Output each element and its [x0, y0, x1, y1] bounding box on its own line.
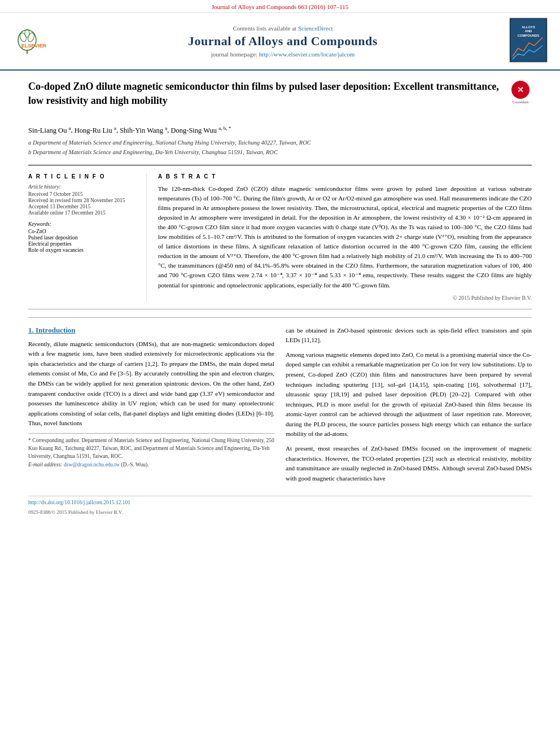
email-link[interactable]: dsw@dragon.nchu.edu.tw: [64, 462, 120, 468]
keyword-2: Pulsed laser deposition: [28, 235, 137, 241]
svg-text:ALLOYS: ALLOYS: [522, 25, 535, 29]
affil-b: b Department of Materials Science and En…: [28, 148, 532, 157]
email-label: E-mail address:: [28, 462, 63, 468]
author-2: Hong-Ru Liu a: [75, 126, 116, 134]
copyright-line: © 2015 Published by Elsevier B.V.: [158, 295, 532, 301]
authors-line: Sin-Liang Ou a, Hong-Ru Liu a, Shih-Yin …: [28, 125, 532, 134]
abstract-column: A B S T R A C T The 120-nm-thick Co-dope…: [158, 173, 532, 301]
received-date: Received 7 October 2015: [28, 191, 137, 197]
author-1: Sin-Liang Ou a: [28, 126, 71, 134]
intro-body-left: Recently, dilute magnetic semiconductors…: [28, 339, 274, 429]
keyword-4: Role of oxygen vacancies: [28, 247, 137, 253]
received-revised-date: Received in revised form 28 November 201…: [28, 198, 137, 203]
intro-para-4: At present, most researches of ZnO-based…: [286, 444, 532, 483]
journal-header: ELSEVIER Contents lists available at Sci…: [0, 13, 560, 71]
article-history: Article history: Received 7 October 2015…: [28, 184, 137, 216]
article-title-text: Co-doped ZnO dilute magnetic semiconduct…: [28, 80, 501, 113]
main-content: Co-doped ZnO dilute magnetic semiconduct…: [0, 71, 560, 527]
email-person: (D.-S. Wuu).: [121, 462, 149, 468]
journal-reference-bar: Journal of Alloys and Compounds 663 (201…: [0, 0, 560, 13]
journal-header-center: Contents lists available at ScienceDirec…: [68, 25, 498, 58]
svg-text:CrossMark: CrossMark: [512, 101, 529, 104]
contents-line: Contents lists available at ScienceDirec…: [68, 25, 498, 32]
svg-text:COMPOUNDS: COMPOUNDS: [518, 34, 540, 37]
body-content: 1. Introduction Recently, dilute magneti…: [28, 326, 532, 488]
author-4: Dong-Sing Wuu a, b, *: [170, 126, 231, 134]
body-right-column: can be obtained in ZnO-based spintronic …: [286, 326, 532, 488]
elsevier-logo: ELSEVIER: [11, 26, 56, 56]
intro-section-title: 1. Introduction: [28, 326, 274, 335]
journal-cover-image: ALLOYS AND COMPOUNDS: [509, 18, 549, 65]
footnote-section: * Corresponding author. Department of Ma…: [28, 433, 274, 469]
journal-ref-text: Journal of Alloys and Compounds 663 (201…: [212, 3, 349, 10]
keyword-3: Electrical properties: [28, 241, 137, 247]
svg-text:✕: ✕: [517, 85, 524, 94]
intro-para-3: Among various magnetic elements doped in…: [286, 350, 532, 439]
available-online-date: Available online 17 December 2015: [28, 210, 137, 216]
intro-para-1: Recently, dilute magnetic semiconductors…: [28, 339, 274, 429]
article-title: Co-doped ZnO dilute magnetic semiconduct…: [28, 80, 501, 108]
accepted-date: Accepted 13 December 2015: [28, 204, 137, 209]
svg-text:ELSEVIER: ELSEVIER: [21, 43, 47, 49]
sciencedirect-link[interactable]: ScienceDirect: [298, 25, 333, 32]
affiliations: a Department of Materials Science and En…: [28, 138, 532, 158]
homepage-line: journal homepage: http://www.elsevier.co…: [68, 51, 498, 58]
abstract-label: A B S T R A C T: [158, 173, 532, 180]
footer-copyright: 0925-8388/© 2015 Published by Elsevier B…: [28, 509, 123, 515]
footnote-text: * Corresponding author. Department of Ma…: [28, 436, 274, 461]
page-footer: http://dx.doi.org/10.1016/j.jallcom.2015…: [28, 496, 532, 516]
crossmark-badge[interactable]: ✕ CrossMark: [509, 80, 532, 110]
article-info-column: A R T I C L E I N F O Article history: R…: [28, 173, 147, 301]
intro-body-right: can be obtained in ZnO-based spintronic …: [286, 326, 532, 484]
journal-title: Journal of Alloys and Compounds: [68, 34, 498, 49]
keyword-1: Co-ZnO: [28, 229, 137, 234]
history-title: Article history:: [28, 184, 137, 190]
doi-link[interactable]: http://dx.doi.org/10.1016/j.jallcom.2015…: [28, 500, 532, 505]
affil-a: a Department of Materials Science and En…: [28, 138, 532, 147]
keywords-section: Keywords: Co-ZnO Pulsed laser deposition…: [28, 221, 137, 253]
body-left-column: 1. Introduction Recently, dilute magneti…: [28, 326, 274, 488]
keywords-title: Keywords:: [28, 221, 137, 227]
article-title-section: Co-doped ZnO dilute magnetic semiconduct…: [28, 80, 532, 118]
footnote-email: E-mail address: dsw@dragon.nchu.edu.tw (…: [28, 461, 274, 469]
section-divider: [28, 317, 532, 318]
info-abstract-section: A R T I C L E I N F O Article history: R…: [28, 165, 532, 309]
keywords-list: Co-ZnO Pulsed laser deposition Electrica…: [28, 229, 137, 253]
intro-para-2: can be obtained in ZnO-based spintronic …: [286, 326, 532, 346]
abstract-text: The 120-nm-thick Co-doped ZnO (CZO) dilu…: [158, 184, 532, 290]
article-info-label: A R T I C L E I N F O: [28, 173, 137, 180]
svg-text:AND: AND: [525, 29, 532, 33]
author-3: Shih-Yin Wang a: [120, 126, 167, 134]
homepage-link[interactable]: http://www.elsevier.com/locate/jalcom: [259, 51, 355, 58]
